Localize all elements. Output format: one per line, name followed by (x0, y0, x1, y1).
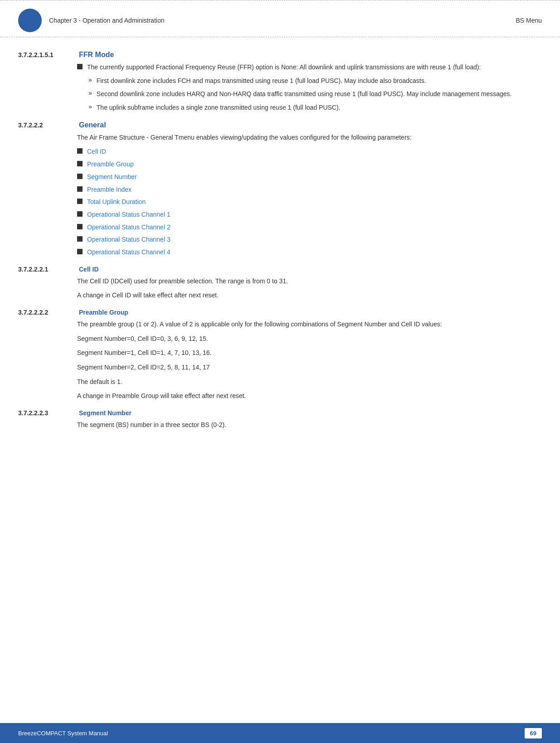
bullet-preamble-group: Preamble Group (77, 160, 542, 170)
chapter-title: Chapter 3 - Operation and Administration (49, 17, 164, 24)
ffr-sub-text-1: First downlink zone includes FCH and map… (97, 76, 426, 86)
ffr-sub-bullet-1: » First downlink zone includes FCH and m… (88, 76, 542, 86)
link-preamble-group: Preamble Group (87, 160, 134, 170)
chapter-icon (18, 9, 42, 32)
ffr-sub-bullets: » First downlink zone includes FCH and m… (88, 76, 542, 113)
link-op-channel-3: Operational Status Channel 3 (87, 235, 170, 245)
bullet-sq-op-ch-3 (77, 236, 83, 242)
link-op-channel-2: Operational Status Channel 2 (87, 223, 170, 233)
link-op-channel-4: Operational Status Channel 4 (87, 248, 170, 257)
link-total-uplink: Total Uplink Duration (87, 197, 146, 207)
bullet-square-icon (77, 64, 83, 69)
subsection-segment-number: 3.7.2.2.2.3 Segment Number The segment (… (18, 409, 542, 430)
bullet-sq-total-uplink (77, 199, 83, 204)
preamble-group-num: 3.7.2.2.2.2 (18, 309, 77, 316)
chevron-icon-2: » (88, 89, 92, 97)
bullet-segment-number: Segment Number (77, 172, 542, 182)
bullet-op-channel-4: Operational Status Channel 4 (77, 248, 542, 257)
link-op-channel-1: Operational Status Channel 1 (87, 210, 170, 220)
preamble-group-body3: Segment Number=1, Cell ID=1, 4, 7, 10, 1… (77, 348, 542, 358)
subsection-cell-id: 3.7.2.2.2.1 Cell ID The Cell ID (IDCell)… (18, 266, 542, 301)
general-section-title: General (79, 121, 106, 129)
ffr-sub-bullet-3: » The uplink subframe includes a single … (88, 103, 542, 113)
preamble-group-heading-row: 3.7.2.2.2.2 Preamble Group (18, 309, 542, 316)
bullet-cell-id: Cell ID (77, 147, 542, 157)
bullet-sq-preamble-group (77, 161, 83, 166)
segment-number-heading-row: 3.7.2.2.2.3 Segment Number (18, 409, 542, 417)
ffr-sub-text-3: The uplink subframe includes a single zo… (97, 103, 341, 113)
ffr-body-text: The currently supported Fractional Frequ… (87, 63, 481, 73)
link-cell-id: Cell ID (87, 147, 106, 157)
section-ffr-mode: 3.7.2.2.1.5.1 FFR Mode The currently sup… (18, 51, 542, 113)
footer-page-number: 69 (525, 728, 542, 738)
cell-id-num: 3.7.2.2.2.1 (18, 266, 77, 273)
preamble-group-body2: Segment Number=0, Cell ID=0, 3, 6, 9, 12… (77, 334, 542, 344)
page-header: Chapter 3 - Operation and Administration… (0, 0, 560, 37)
cell-id-title: Cell ID (79, 266, 99, 273)
ffr-section-title: FFR Mode (79, 51, 114, 59)
bullet-op-channel-1: Operational Status Channel 1 (77, 210, 542, 220)
ffr-section-num: 3.7.2.2.1.5.1 (18, 51, 77, 58)
chevron-icon-3: » (88, 103, 92, 110)
page-footer: BreezeCOMPACT System Manual 69 (0, 723, 560, 743)
bullet-total-uplink: Total Uplink Duration (77, 197, 542, 207)
link-preamble-index: Preamble Index (87, 185, 131, 195)
segment-number-body1: The segment (BS) number in a three secto… (77, 420, 542, 430)
general-body-text: The Air Frame Structure - General Tmenu … (77, 133, 542, 143)
link-segment-number: Segment Number (87, 172, 137, 182)
preamble-group-body1: The preamble group (1 or 2). A value of … (77, 320, 542, 330)
section-label: BS Menu (516, 17, 542, 24)
preamble-group-body4: Segment Number=2, Cell ID=2, 5, 8, 11, 1… (77, 363, 542, 373)
bullet-sq-op-ch-1 (77, 211, 83, 217)
bullet-sq-cell-id (77, 148, 83, 154)
cell-id-body1: The Cell ID (IDCell) used for preamble s… (77, 277, 542, 287)
ffr-main-bullet: The currently supported Fractional Frequ… (77, 63, 542, 73)
footer-brand: BreezeCOMPACT System Manual (18, 730, 108, 737)
ffr-bullet-item: The currently supported Fractional Frequ… (77, 63, 542, 73)
bullet-op-channel-2: Operational Status Channel 2 (77, 223, 542, 233)
general-heading-row: 3.7.2.2.2 General (18, 121, 542, 129)
preamble-group-title: Preamble Group (79, 309, 128, 316)
bullet-op-channel-3: Operational Status Channel 3 (77, 235, 542, 245)
chevron-icon-1: » (88, 76, 92, 83)
cell-id-body2: A change in Cell ID will take effect aft… (77, 291, 542, 301)
preamble-group-body6: A change in Preamble Group will take eff… (77, 391, 542, 401)
ffr-sub-bullet-2: » Second downlink zone includes HARQ and… (88, 89, 542, 99)
ffr-sub-text-2: Second downlink zone includes HARQ and N… (97, 89, 512, 99)
bullet-sq-op-ch-2 (77, 224, 83, 229)
general-section-num: 3.7.2.2.2 (18, 121, 77, 129)
cell-id-heading-row: 3.7.2.2.2.1 Cell ID (18, 266, 542, 273)
bullet-sq-op-ch-4 (77, 249, 83, 254)
subsection-preamble-group: 3.7.2.2.2.2 Preamble Group The preamble … (18, 309, 542, 401)
main-content: 3.7.2.2.1.5.1 FFR Mode The currently sup… (0, 37, 560, 475)
segment-number-title: Segment Number (79, 409, 131, 417)
bullet-sq-segment-number (77, 174, 83, 179)
general-bullet-list: Cell ID Preamble Group Segment Number Pr… (77, 147, 542, 257)
section-general: 3.7.2.2.2 General The Air Frame Structur… (18, 121, 542, 257)
preamble-group-body5: The default is 1. (77, 377, 542, 387)
bullet-sq-preamble-index (77, 186, 83, 192)
segment-number-num: 3.7.2.2.2.3 (18, 409, 77, 417)
ffr-heading-row: 3.7.2.2.1.5.1 FFR Mode (18, 51, 542, 59)
bullet-preamble-index: Preamble Index (77, 185, 542, 195)
